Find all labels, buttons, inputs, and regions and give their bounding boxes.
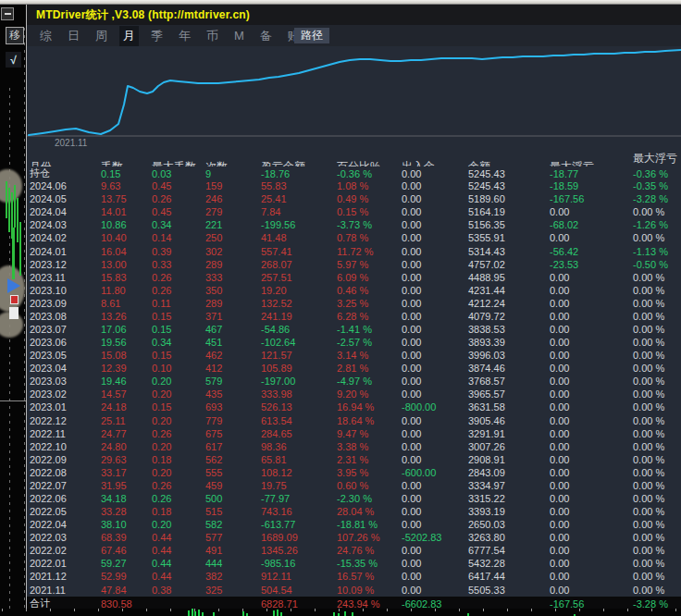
cell: -3.28 % <box>633 598 681 610</box>
cell: 0.00 <box>402 415 468 426</box>
cell: 3874.46 <box>468 363 550 374</box>
table-row[interactable]: 2022.0159.270.44444-985.16-15.35 %0.0054… <box>27 557 681 570</box>
path-button[interactable]: 路径 <box>294 28 329 43</box>
table-row[interactable]: 2024.0414.010.452797.840.15 %0.005164.19… <box>27 205 681 218</box>
cell: 13.75 <box>101 193 152 204</box>
cell: 0.00 <box>550 532 633 543</box>
cell: 0.00 <box>550 401 633 413</box>
cell: 19.56 <box>101 337 152 348</box>
table-row[interactable]: 2024.0210.400.1425041.480.78 %0.005355.9… <box>27 231 681 244</box>
background-candle <box>12 228 15 279</box>
menu-item-月[interactable]: 月 <box>119 26 139 46</box>
cell: 14.57 <box>101 388 152 400</box>
cell: 0.00 <box>550 363 633 374</box>
table-row[interactable]: 2023.0214.570.20435333.989.20 %0.003965.… <box>27 388 681 400</box>
table-row[interactable]: 2023.0717.060.15467-54.86-1.41 %0.003838… <box>27 323 681 336</box>
table-row[interactable]: 2024.0116.040.39302557.4111.72 %0.005314… <box>27 244 681 257</box>
cell: 3905.46 <box>468 415 550 426</box>
cell: 0.00 % <box>633 467 681 478</box>
table-row[interactable]: 2023.0813.260.15371241.196.28 %0.004079.… <box>27 310 681 323</box>
table-row[interactable]: 2023.0124.180.15693526.1316.94 %-800.003… <box>27 400 681 413</box>
table-row[interactable]: 2023.1213.000.33289268.075.97 %0.004757.… <box>27 258 681 271</box>
table-row[interactable]: 2024.0310.860.34221-199.56-3.73 %0.00515… <box>27 218 681 231</box>
background-candle <box>19 222 21 276</box>
cell: -1.26 % <box>633 219 681 230</box>
table-row[interactable]: 2021.1147.840.38325504.5410.09 %0.005505… <box>27 584 681 597</box>
cell: 0.00 <box>402 585 468 596</box>
menu-item-日[interactable]: 日 <box>64 26 83 46</box>
menu-item-年[interactable]: 年 <box>175 26 194 46</box>
table-row[interactable]: 2022.0533.280.18515743.1628.04 %0.003393… <box>27 505 681 518</box>
cell: 491 <box>205 545 261 556</box>
cell: 3838.53 <box>468 324 550 335</box>
cell: 4757.02 <box>468 259 550 270</box>
cell: 241.19 <box>261 311 337 322</box>
cell: 2650.03 <box>468 519 550 530</box>
cell: -2.30 % <box>337 493 402 504</box>
table-row[interactable]: 2022.1124.770.26675284.659.47 %0.003291.… <box>27 427 681 440</box>
table-row[interactable]: 2023.0515.080.15462121.573.14 %0.003996.… <box>27 349 681 362</box>
table-row[interactable]: 2024.0513.750.2624625.410.49 %0.005189.6… <box>27 192 681 205</box>
cell: 2843.09 <box>468 467 550 478</box>
cell: 0.15 % <box>337 206 402 217</box>
table-row[interactable]: 2022.0368.390.445771689.09107.26 %-5202.… <box>27 531 681 544</box>
volume-bar <box>213 612 215 616</box>
table-row[interactable]: 2022.0833.170.20555108.123.95 %-600.0028… <box>27 466 681 479</box>
menu-item-季[interactable]: 季 <box>147 26 167 46</box>
table-row[interactable]: 2023.0412.390.10412105.892.81 %0.003874.… <box>27 362 681 375</box>
cell: 3007.26 <box>468 441 550 452</box>
cell: 11.80 <box>101 285 152 296</box>
menu-item-币[interactable]: 币 <box>203 26 222 46</box>
background-candle <box>6 181 7 218</box>
table-row[interactable]: 2023.098.610.11289132.523.25 %0.004212.2… <box>27 297 681 310</box>
cell: 28.04 % <box>337 506 402 517</box>
cell: 9 <box>205 168 261 179</box>
table-row[interactable]: 2022.1225.110.20779613.5418.64 %0.003905… <box>27 413 681 426</box>
table-row[interactable]: 2023.0319.460.20579-197.00-4.97 %0.00376… <box>27 375 681 388</box>
cell: -6602.83 <box>402 598 468 610</box>
cell: 4231.44 <box>468 285 550 296</box>
table-row[interactable]: 2022.0731.950.2645919.750.60 %0.003334.9… <box>27 479 681 492</box>
cell: -2.57 % <box>337 337 402 348</box>
window-titlebar[interactable]: MTDriver统计 ,V3.08 (http://mtdriver.cn) <box>27 5 681 25</box>
cell: 371 <box>205 311 261 322</box>
cell: -167.56 <box>550 598 633 610</box>
cell: 15.08 <box>101 350 152 361</box>
menu-item-备[interactable]: 备 <box>256 26 276 46</box>
table-row[interactable]: 2021.1252.990.44382912.1116.57 %0.006417… <box>27 570 681 583</box>
cell: 0.00 <box>402 376 468 387</box>
row-month-label: 2024.05 <box>30 193 101 204</box>
cell: 577 <box>205 532 261 543</box>
table-row[interactable]: 2023.1115.830.26333257.516.09 %0.004488.… <box>27 271 681 284</box>
cell: 779 <box>205 415 261 426</box>
cell: 302 <box>205 246 261 257</box>
table-row[interactable]: 2024.069.630.4515955.831.08 %0.005245.43… <box>27 179 681 192</box>
cell: 16.94 % <box>337 401 402 413</box>
row-month-label: 2022.10 <box>30 441 101 452</box>
minimize-box-icon[interactable] <box>1 7 14 20</box>
move-tool-button[interactable]: 移 <box>6 27 24 44</box>
volume-bar <box>194 611 196 616</box>
table-row[interactable]: 2022.1024.800.2061798.363.38 %0.003007.2… <box>27 440 681 453</box>
cell: 65.81 <box>261 454 337 465</box>
table-row[interactable]: 2022.0267.460.444911345.2624.76 %0.00677… <box>27 544 681 557</box>
table-row[interactable]: 2023.1011.800.2635019.200.46 %0.004231.4… <box>27 284 681 297</box>
table-row[interactable]: 2022.0929.630.1856265.812.31 %0.002908.9… <box>27 453 681 466</box>
table-row[interactable]: 2022.0634.180.26500-77.97-2.30 %0.003315… <box>27 492 681 505</box>
menu-item-M[interactable]: M <box>230 27 248 44</box>
cell: 0.60 % <box>337 480 402 491</box>
cell: 0.00 % <box>633 532 681 543</box>
row-month-label: 2023.06 <box>30 337 101 348</box>
cell: 3315.22 <box>468 493 550 504</box>
menu-item-周[interactable]: 周 <box>92 26 111 46</box>
cell: 55.83 <box>261 180 337 191</box>
cell: 0.00 <box>402 454 468 465</box>
table-row[interactable]: 2022.0438.100.20582-613.77-18.81 %0.0026… <box>27 518 681 531</box>
menu-item-综[interactable]: 综 <box>36 26 56 46</box>
cell: 0.00 <box>550 285 633 296</box>
table-row[interactable]: 持仓0.150.039-18.76-0.36 %0.005245.43-18.7… <box>27 166 681 179</box>
check-button[interactable]: √ <box>6 52 21 68</box>
table-row[interactable]: 2023.0619.560.34451-102.64-2.57 %0.00389… <box>27 336 681 349</box>
volume-bar <box>352 612 353 616</box>
cell: 0.00 <box>550 337 633 348</box>
